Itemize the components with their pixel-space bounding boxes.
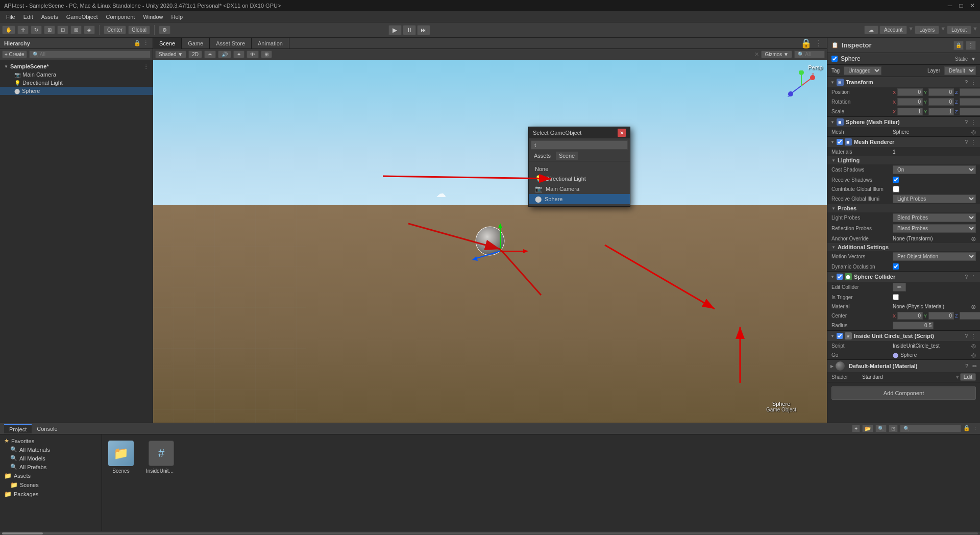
- collider-settings[interactable]: ⋮: [970, 274, 977, 280]
- favorites-folder[interactable]: ★ Favorites: [2, 436, 100, 445]
- collider-info[interactable]: ?: [964, 274, 969, 280]
- transform-tool[interactable]: ⊠: [70, 26, 82, 34]
- material-info-btn[interactable]: ?: [965, 363, 968, 369]
- menu-edit[interactable]: Edit: [19, 13, 37, 21]
- anchor-picker-btn[interactable]: ◎: [971, 236, 976, 241]
- all-materials-item[interactable]: 🔍 All Materials: [2, 445, 100, 454]
- scenes-folder[interactable]: 📁 Scenes: [2, 480, 100, 490]
- menu-gameobject[interactable]: GameObject: [62, 13, 102, 21]
- dialog-tab-assets[interactable]: Assets: [531, 152, 554, 160]
- gizmos-button[interactable]: Gizmos ▼: [761, 51, 792, 58]
- probes-subsection[interactable]: ▼ Probes: [827, 204, 980, 212]
- dialog-item-directional-light[interactable]: 💡 Directional Light: [529, 174, 630, 184]
- mesh-renderer-header[interactable]: ▼ ◼ Mesh Renderer ? ⋮: [827, 137, 980, 147]
- rect-tool[interactable]: ⊡: [57, 26, 68, 34]
- add-component-button[interactable]: Add Component: [831, 386, 976, 400]
- hierarchy-item-light[interactable]: 💡 Directional Light: [0, 79, 153, 87]
- scene-lock-icon[interactable]: 🔒: [800, 38, 812, 49]
- contribute-gi-checkbox[interactable]: [893, 186, 899, 192]
- material-header[interactable]: ▶ Default-Material (Material) ? ✏: [827, 360, 980, 372]
- center-x[interactable]: [897, 312, 923, 320]
- light-probes-select[interactable]: Blend Probes: [893, 213, 976, 222]
- go-picker-btn[interactable]: ◎: [971, 352, 976, 358]
- mesh-picker-btn[interactable]: ◎: [971, 129, 976, 135]
- project-more-icon[interactable]: ⋮: [972, 425, 978, 432]
- snap-settings[interactable]: ⚙: [159, 26, 170, 34]
- center-y[interactable]: [928, 312, 954, 320]
- dialog-item-main-camera[interactable]: 📷 Main Camera: [529, 184, 630, 194]
- dialog-item-none[interactable]: None: [529, 164, 630, 174]
- play-button[interactable]: ▶: [388, 25, 402, 35]
- collider-enabled[interactable]: [837, 274, 843, 280]
- dialog-close-button[interactable]: ✕: [618, 129, 626, 137]
- motion-vectors-select[interactable]: Per Object Motion: [893, 252, 976, 261]
- center-toggle[interactable]: Center: [104, 26, 126, 34]
- mesh-renderer-info[interactable]: ?: [964, 139, 969, 145]
- hand-tool[interactable]: ✋: [2, 26, 15, 34]
- menu-assets[interactable]: Assets: [37, 13, 62, 21]
- audio-button[interactable]: 🔊: [218, 51, 231, 58]
- position-y[interactable]: [928, 88, 954, 96]
- packages-folder[interactable]: 📁 Packages: [2, 490, 100, 499]
- mesh-filter-header[interactable]: ▼ ◼ Sphere (Mesh Filter) ? ⋮: [827, 117, 980, 127]
- mesh-renderer-settings[interactable]: ⋮: [970, 139, 977, 145]
- scene-viewport[interactable]: ☁ Persp X Y Z Sphere: [153, 60, 827, 423]
- reveal-btn[interactable]: 📂: [862, 425, 873, 432]
- scene-tab-animation[interactable]: Animation: [252, 38, 289, 49]
- close-button[interactable]: ✕: [969, 2, 976, 9]
- script-asset[interactable]: # InsideUnitC...: [144, 439, 179, 476]
- receive-gi-select[interactable]: Light Probes: [893, 194, 976, 203]
- dynamic-occlusion-checkbox[interactable]: [893, 263, 899, 270]
- create-button[interactable]: + Create: [2, 51, 27, 58]
- tag-select[interactable]: Untagged: [844, 66, 881, 75]
- receive-shadows-checkbox[interactable]: [893, 177, 899, 183]
- grid-button[interactable]: ⊞: [261, 51, 272, 58]
- reflection-probes-select[interactable]: Blend Probes: [893, 224, 976, 233]
- dialog-search-input[interactable]: [531, 140, 628, 150]
- cast-shadows-select[interactable]: On: [893, 165, 976, 174]
- custom-tool[interactable]: ◈: [84, 26, 95, 34]
- scene-more-icon[interactable]: ⋮: [815, 38, 823, 48]
- additional-settings-subsection[interactable]: ▼ Additional Settings: [827, 243, 980, 251]
- scene-tab-scene[interactable]: Scene: [153, 38, 182, 49]
- inspector-lock-button[interactable]: 🔒: [953, 41, 964, 50]
- radius-input[interactable]: [893, 322, 934, 329]
- inspector-more-button[interactable]: ⋮: [966, 41, 976, 50]
- lighting-button[interactable]: ☀: [204, 51, 216, 58]
- layout-button[interactable]: Layout: [947, 26, 971, 34]
- rotation-z[interactable]: [960, 98, 980, 106]
- hierarchy-item-camera[interactable]: 📷 Main Camera: [0, 70, 153, 79]
- mesh-filter-settings[interactable]: ⋮: [970, 119, 977, 125]
- move-tool[interactable]: ✛: [17, 26, 29, 34]
- mesh-filter-info[interactable]: ?: [964, 119, 969, 125]
- effects-button[interactable]: ✦: [233, 51, 244, 58]
- step-button[interactable]: ⏭: [417, 25, 430, 35]
- material-edit-btn[interactable]: ✏: [972, 363, 977, 370]
- hierarchy-item-sphere[interactable]: ⬤ Sphere: [0, 87, 153, 95]
- account-button[interactable]: Account: [879, 26, 907, 34]
- scale-y[interactable]: [928, 108, 954, 115]
- visibility-button[interactable]: 👁: [247, 51, 259, 58]
- global-toggle[interactable]: Global: [128, 26, 150, 34]
- project-tab[interactable]: Project: [4, 424, 32, 433]
- object-active-checkbox[interactable]: [831, 56, 838, 62]
- project-scrollbar-track[interactable]: [2, 532, 978, 534]
- layers-button[interactable]: Layers: [915, 26, 939, 34]
- hierarchy-search[interactable]: [29, 51, 151, 58]
- filter-btn[interactable]: ⊡: [889, 425, 898, 432]
- all-models-item[interactable]: 🔍 All Models: [2, 454, 100, 463]
- scene-more[interactable]: ⋮: [143, 64, 149, 69]
- menu-component[interactable]: Component: [102, 13, 139, 21]
- lighting-subsection[interactable]: ▼ Lighting: [827, 156, 980, 164]
- search-asset-btn[interactable]: 🔍: [875, 425, 887, 432]
- scene-tab-game[interactable]: Game: [182, 38, 210, 49]
- shader-edit-button[interactable]: Edit: [960, 373, 976, 381]
- center-z[interactable]: [960, 312, 980, 320]
- script-enabled[interactable]: [837, 333, 843, 339]
- menu-help[interactable]: Help: [167, 13, 187, 21]
- dialog-item-sphere[interactable]: ⬤ Sphere: [529, 194, 630, 204]
- scene-search-icon[interactable]: ✕: [754, 51, 759, 58]
- rotation-y[interactable]: [928, 98, 954, 106]
- is-trigger-checkbox[interactable]: [893, 294, 899, 300]
- script-picker-btn[interactable]: ◎: [971, 343, 976, 349]
